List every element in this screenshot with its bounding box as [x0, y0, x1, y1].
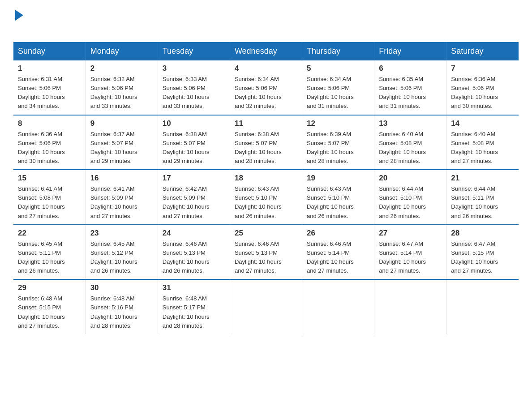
day-info: Sunrise: 6:34 AM Sunset: 5:06 PM Dayligh… [235, 75, 297, 111]
day-info: Sunrise: 6:39 AM Sunset: 5:07 PM Dayligh… [307, 130, 369, 166]
day-info: Sunrise: 6:41 AM Sunset: 5:09 PM Dayligh… [90, 184, 153, 221]
day-number: 14 [451, 119, 514, 128]
day-number: 17 [163, 174, 225, 183]
day-info: Sunrise: 6:31 AM Sunset: 5:06 PM Dayligh… [18, 75, 81, 111]
day-number: 25 [235, 229, 297, 238]
day-info: Sunrise: 6:44 AM Sunset: 5:11 PM Dayligh… [451, 184, 514, 221]
calendar-cell: 3 Sunrise: 6:33 AM Sunset: 5:06 PM Dayli… [158, 60, 230, 115]
day-number: 1 [18, 64, 81, 73]
calendar-week-4: 22 Sunrise: 6:45 AM Sunset: 5:11 PM Dayl… [13, 225, 519, 280]
day-info: Sunrise: 6:48 AM Sunset: 5:15 PM Dayligh… [18, 294, 81, 330]
calendar-cell: 6 Sunrise: 6:35 AM Sunset: 5:06 PM Dayli… [374, 60, 446, 115]
logo: General [13, 9, 62, 33]
calendar-cell: 11 Sunrise: 6:38 AM Sunset: 5:07 PM Dayl… [230, 115, 302, 170]
calendar-week-5: 29 Sunrise: 6:48 AM Sunset: 5:15 PM Dayl… [13, 279, 519, 334]
calendar-cell [302, 279, 374, 334]
day-info: Sunrise: 6:46 AM Sunset: 5:13 PM Dayligh… [163, 240, 225, 276]
page-header: General [13, 9, 519, 33]
day-number: 27 [379, 229, 442, 238]
day-info: Sunrise: 6:45 AM Sunset: 5:12 PM Dayligh… [90, 240, 153, 276]
day-info: Sunrise: 6:33 AM Sunset: 5:06 PM Dayligh… [163, 75, 225, 111]
day-info: Sunrise: 6:37 AM Sunset: 5:07 PM Dayligh… [90, 130, 153, 166]
calendar-cell [230, 279, 302, 334]
weekday-header-tuesday: Tuesday [158, 42, 230, 60]
day-info: Sunrise: 6:43 AM Sunset: 5:10 PM Dayligh… [235, 184, 297, 221]
calendar-cell: 20 Sunrise: 6:44 AM Sunset: 5:10 PM Dayl… [374, 170, 446, 225]
calendar-cell: 12 Sunrise: 6:39 AM Sunset: 5:07 PM Dayl… [302, 115, 374, 170]
day-info: Sunrise: 6:38 AM Sunset: 5:07 PM Dayligh… [163, 130, 225, 166]
day-number: 5 [307, 64, 369, 73]
calendar-week-2: 8 Sunrise: 6:36 AM Sunset: 5:06 PM Dayli… [13, 115, 519, 170]
day-info: Sunrise: 6:40 AM Sunset: 5:08 PM Dayligh… [379, 130, 442, 166]
calendar-cell: 4 Sunrise: 6:34 AM Sunset: 5:06 PM Dayli… [230, 60, 302, 115]
calendar-cell: 21 Sunrise: 6:44 AM Sunset: 5:11 PM Dayl… [446, 170, 519, 225]
day-info: Sunrise: 6:34 AM Sunset: 5:06 PM Dayligh… [307, 75, 369, 111]
day-number: 26 [307, 229, 369, 238]
calendar-cell: 18 Sunrise: 6:43 AM Sunset: 5:10 PM Dayl… [230, 170, 302, 225]
calendar-cell [446, 279, 519, 334]
day-number: 4 [235, 64, 297, 73]
day-number: 10 [163, 119, 225, 128]
day-info: Sunrise: 6:40 AM Sunset: 5:08 PM Dayligh… [451, 130, 514, 166]
calendar-cell: 7 Sunrise: 6:36 AM Sunset: 5:06 PM Dayli… [446, 60, 519, 115]
day-info: Sunrise: 6:41 AM Sunset: 5:08 PM Dayligh… [18, 184, 81, 221]
calendar-cell: 26 Sunrise: 6:46 AM Sunset: 5:14 PM Dayl… [302, 225, 374, 280]
day-number: 12 [307, 119, 369, 128]
day-number: 18 [235, 174, 297, 183]
day-info: Sunrise: 6:38 AM Sunset: 5:07 PM Dayligh… [235, 130, 297, 166]
day-info: Sunrise: 6:46 AM Sunset: 5:14 PM Dayligh… [307, 240, 369, 276]
calendar-cell: 24 Sunrise: 6:46 AM Sunset: 5:13 PM Dayl… [158, 225, 230, 280]
day-number: 24 [163, 229, 225, 238]
day-number: 21 [451, 174, 514, 183]
calendar-cell: 2 Sunrise: 6:32 AM Sunset: 5:06 PM Dayli… [86, 60, 158, 115]
calendar-header-row: SundayMondayTuesdayWednesdayThursdayFrid… [13, 42, 519, 60]
day-number: 6 [379, 64, 442, 73]
weekday-header-wednesday: Wednesday [230, 42, 302, 60]
weekday-header-thursday: Thursday [302, 42, 374, 60]
weekday-header-saturday: Saturday [446, 42, 519, 60]
day-number: 16 [90, 174, 153, 183]
day-number: 7 [451, 64, 514, 73]
day-info: Sunrise: 6:48 AM Sunset: 5:17 PM Dayligh… [163, 294, 225, 330]
day-info: Sunrise: 6:44 AM Sunset: 5:10 PM Dayligh… [379, 184, 442, 221]
day-number: 3 [163, 64, 225, 73]
calendar-cell: 29 Sunrise: 6:48 AM Sunset: 5:15 PM Dayl… [13, 279, 86, 334]
day-info: Sunrise: 6:45 AM Sunset: 5:11 PM Dayligh… [18, 240, 81, 276]
calendar-cell: 9 Sunrise: 6:37 AM Sunset: 5:07 PM Dayli… [86, 115, 158, 170]
calendar-cell [374, 279, 446, 334]
day-info: Sunrise: 6:46 AM Sunset: 5:13 PM Dayligh… [235, 240, 297, 276]
day-number: 15 [18, 174, 81, 183]
day-info: Sunrise: 6:47 AM Sunset: 5:15 PM Dayligh… [451, 240, 514, 276]
day-number: 28 [451, 229, 514, 238]
calendar-cell: 23 Sunrise: 6:45 AM Sunset: 5:12 PM Dayl… [86, 225, 158, 280]
day-info: Sunrise: 6:36 AM Sunset: 5:06 PM Dayligh… [451, 75, 514, 111]
calendar-cell: 22 Sunrise: 6:45 AM Sunset: 5:11 PM Dayl… [13, 225, 86, 280]
day-number: 31 [163, 283, 225, 292]
day-number: 23 [90, 229, 153, 238]
calendar-week-3: 15 Sunrise: 6:41 AM Sunset: 5:08 PM Dayl… [13, 170, 519, 225]
day-number: 29 [18, 283, 81, 292]
calendar-week-1: 1 Sunrise: 6:31 AM Sunset: 5:06 PM Dayli… [13, 60, 519, 115]
day-info: Sunrise: 6:36 AM Sunset: 5:06 PM Dayligh… [18, 130, 81, 166]
calendar-cell: 10 Sunrise: 6:38 AM Sunset: 5:07 PM Dayl… [158, 115, 230, 170]
weekday-header-monday: Monday [86, 42, 158, 60]
calendar-cell: 17 Sunrise: 6:42 AM Sunset: 5:09 PM Dayl… [158, 170, 230, 225]
calendar-cell: 13 Sunrise: 6:40 AM Sunset: 5:08 PM Dayl… [374, 115, 446, 170]
day-info: Sunrise: 6:48 AM Sunset: 5:16 PM Dayligh… [90, 294, 153, 330]
calendar-cell: 1 Sunrise: 6:31 AM Sunset: 5:06 PM Dayli… [13, 60, 86, 115]
calendar-cell: 19 Sunrise: 6:43 AM Sunset: 5:10 PM Dayl… [302, 170, 374, 225]
day-info: Sunrise: 6:47 AM Sunset: 5:14 PM Dayligh… [379, 240, 442, 276]
weekday-header-friday: Friday [374, 42, 446, 60]
calendar-cell: 30 Sunrise: 6:48 AM Sunset: 5:16 PM Dayl… [86, 279, 158, 334]
day-number: 11 [235, 119, 297, 128]
calendar-cell: 27 Sunrise: 6:47 AM Sunset: 5:14 PM Dayl… [374, 225, 446, 280]
day-number: 30 [90, 283, 153, 292]
day-number: 13 [379, 119, 442, 128]
day-info: Sunrise: 6:42 AM Sunset: 5:09 PM Dayligh… [163, 184, 225, 221]
calendar-cell: 16 Sunrise: 6:41 AM Sunset: 5:09 PM Dayl… [86, 170, 158, 225]
day-number: 8 [18, 119, 81, 128]
weekday-header-sunday: Sunday [13, 42, 86, 60]
day-number: 2 [90, 64, 153, 73]
calendar-table: SundayMondayTuesdayWednesdayThursdayFrid… [13, 42, 519, 334]
calendar-cell: 15 Sunrise: 6:41 AM Sunset: 5:08 PM Dayl… [13, 170, 86, 225]
